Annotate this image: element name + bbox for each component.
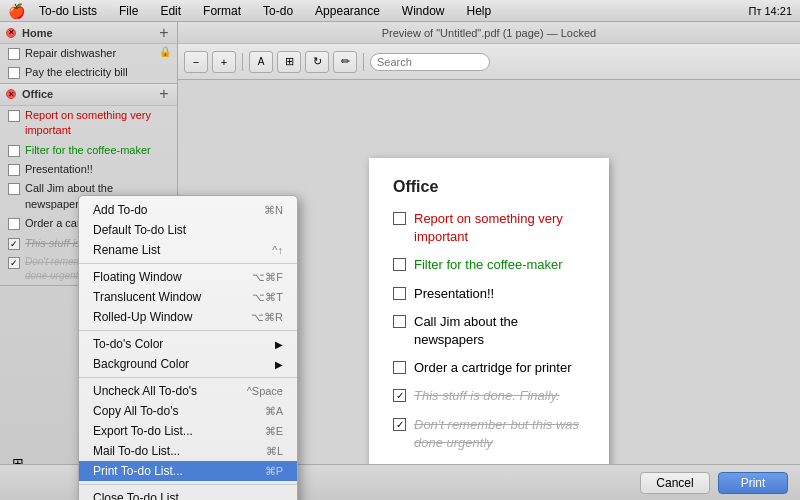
todo-checkbox[interactable]: [8, 218, 20, 230]
pdf-search-input[interactable]: [370, 53, 490, 71]
pdf-item-label: Filter for the coffee-maker: [414, 256, 563, 274]
sidebar-section-header-home: ✕ Home +: [0, 22, 177, 44]
rotate-button[interactable]: ↻: [305, 51, 329, 73]
list-item[interactable]: Report on something very important: [0, 106, 177, 141]
shortcut-label: ^↑: [272, 244, 283, 256]
toolbar-separator: [363, 53, 364, 71]
todo-label: Report on something very important: [25, 108, 171, 139]
menu-item-floating-window[interactable]: Floating Window ⌥⌘F: [79, 267, 297, 287]
todo-checkbox[interactable]: ✓: [8, 257, 20, 269]
pdf-list-item: Order a cartridge for printer: [393, 359, 585, 377]
actual-size-button[interactable]: A: [249, 51, 273, 73]
submenu-arrow-icon: ▶: [275, 359, 283, 370]
pdf-page: Office Report on something very importan…: [369, 158, 609, 482]
sidebar-section-home: ✕ Home + Repair dishwasher 🔒 Pay the ele…: [0, 22, 177, 84]
menu-separator: [79, 377, 297, 378]
menu-item-default-list[interactable]: Default To-do List: [79, 220, 297, 240]
pdf-title-bar: Preview of "Untitled".pdf (1 page) — Loc…: [178, 22, 800, 44]
todo-label: Presentation!!: [25, 162, 93, 177]
pdf-item-label: Call Jim about the newspapers: [414, 313, 585, 349]
todo-checkbox[interactable]: ✓: [8, 238, 20, 250]
pdf-title: Preview of "Untitled".pdf (1 page) — Loc…: [382, 27, 596, 39]
menu-bar-right: Пт 14:21: [748, 5, 792, 17]
pdf-list-item: Presentation!!: [393, 285, 585, 303]
shortcut-label: ⌘E: [265, 425, 283, 438]
pdf-section-title: Office: [393, 178, 585, 196]
sidebar-home-title: Home: [22, 27, 157, 39]
pdf-item-label: Report on something very important: [414, 210, 585, 246]
menu-item-close-list[interactable]: Close To-do List: [79, 488, 297, 500]
shortcut-label: ⌘L: [266, 445, 283, 458]
print-button[interactable]: Print: [718, 472, 788, 494]
add-office-todo-button[interactable]: +: [157, 87, 171, 101]
close-home-button[interactable]: ✕: [6, 28, 16, 38]
list-item[interactable]: Repair dishwasher 🔒: [0, 44, 177, 63]
todo-checkbox[interactable]: [8, 67, 20, 79]
pdf-checkbox: [393, 258, 406, 271]
pdf-item-label: This stuff is done. Finally.: [414, 387, 560, 405]
menu-bar-clock: Пт 14:21: [748, 5, 792, 17]
menu-help[interactable]: Help: [463, 3, 496, 19]
todo-checkbox[interactable]: [8, 145, 20, 157]
shortcut-label: ⌘A: [265, 405, 283, 418]
zoom-out-button[interactable]: −: [184, 51, 208, 73]
menu-file[interactable]: File: [115, 3, 142, 19]
menu-todo[interactable]: To-do: [259, 3, 297, 19]
list-item[interactable]: Presentation!!: [0, 160, 177, 179]
pdf-list-item: Filter for the coffee-maker: [393, 256, 585, 274]
pdf-item-label: Don't remember but this was done urgentl…: [414, 416, 585, 452]
pdf-checkbox: [393, 212, 406, 225]
menu-separator: [79, 484, 297, 485]
shortcut-label: ⌥⌘R: [251, 311, 283, 324]
menu-separator: [79, 330, 297, 331]
menu-separator: [79, 263, 297, 264]
pdf-list-item: Call Jim about the newspapers: [393, 313, 585, 349]
submenu-arrow-icon: ▶: [275, 339, 283, 350]
menu-item-mail[interactable]: Mail To-do List... ⌘L: [79, 441, 297, 461]
menu-item-uncheck-all[interactable]: Uncheck All To-do's ^Space: [79, 381, 297, 401]
menu-bar-items: To-do Lists File Edit Format To-do Appea…: [35, 3, 495, 19]
menu-appearance[interactable]: Appearance: [311, 3, 384, 19]
todo-checkbox[interactable]: [8, 110, 20, 122]
menu-bar: 🍎 To-do Lists File Edit Format To-do App…: [0, 0, 800, 22]
menu-item-copy-all[interactable]: Copy All To-do's ⌘A: [79, 401, 297, 421]
shortcut-label: ⌘P: [265, 465, 283, 478]
cancel-button[interactable]: Cancel: [640, 472, 710, 494]
menu-edit[interactable]: Edit: [156, 3, 185, 19]
toolbar-separator: [242, 53, 243, 71]
todo-label: Pay the electricity bill: [25, 65, 128, 80]
menu-item-print[interactable]: Print To-do List... ⌘P: [79, 461, 297, 481]
context-menu: Add To-do ⌘N Default To-do List Rename L…: [78, 195, 298, 500]
todo-checkbox[interactable]: [8, 164, 20, 176]
pdf-checkbox: [393, 315, 406, 328]
menu-item-rename-list[interactable]: Rename List ^↑: [79, 240, 297, 260]
pdf-list-item: Report on something very important: [393, 210, 585, 246]
pdf-checkbox: ✓: [393, 418, 406, 431]
todo-checkbox[interactable]: [8, 48, 20, 60]
close-office-button[interactable]: ✕: [6, 89, 16, 99]
menu-item-add-todo[interactable]: Add To-do ⌘N: [79, 200, 297, 220]
menu-item-translucent-window[interactable]: Translucent Window ⌥⌘T: [79, 287, 297, 307]
pdf-item-label: Presentation!!: [414, 285, 494, 303]
menu-format[interactable]: Format: [199, 3, 245, 19]
menu-item-rolled-up-window[interactable]: Rolled-Up Window ⌥⌘R: [79, 307, 297, 327]
lock-icon: 🔒: [159, 46, 171, 57]
list-item[interactable]: Pay the electricity bill: [0, 63, 177, 82]
sidebar-office-title: Office: [22, 88, 157, 100]
shortcut-label: ⌥⌘F: [252, 271, 283, 284]
menu-window[interactable]: Window: [398, 3, 449, 19]
apple-menu[interactable]: 🍎: [8, 3, 25, 19]
annotate-button[interactable]: ✏: [333, 51, 357, 73]
menu-todo-lists[interactable]: To-do Lists: [35, 3, 101, 19]
pdf-item-label: Order a cartridge for printer: [414, 359, 572, 377]
fit-page-button[interactable]: ⊞: [277, 51, 301, 73]
add-home-todo-button[interactable]: +: [157, 26, 171, 40]
menu-item-todo-color[interactable]: To-do's Color ▶: [79, 334, 297, 354]
todo-checkbox[interactable]: [8, 183, 20, 195]
pdf-checkbox: ✓: [393, 389, 406, 402]
menu-item-background-color[interactable]: Background Color ▶: [79, 354, 297, 374]
shortcut-label: ⌘N: [264, 204, 283, 217]
menu-item-export[interactable]: Export To-do List... ⌘E: [79, 421, 297, 441]
list-item[interactable]: Filter for the coffee-maker: [0, 141, 177, 160]
zoom-in-button[interactable]: +: [212, 51, 236, 73]
